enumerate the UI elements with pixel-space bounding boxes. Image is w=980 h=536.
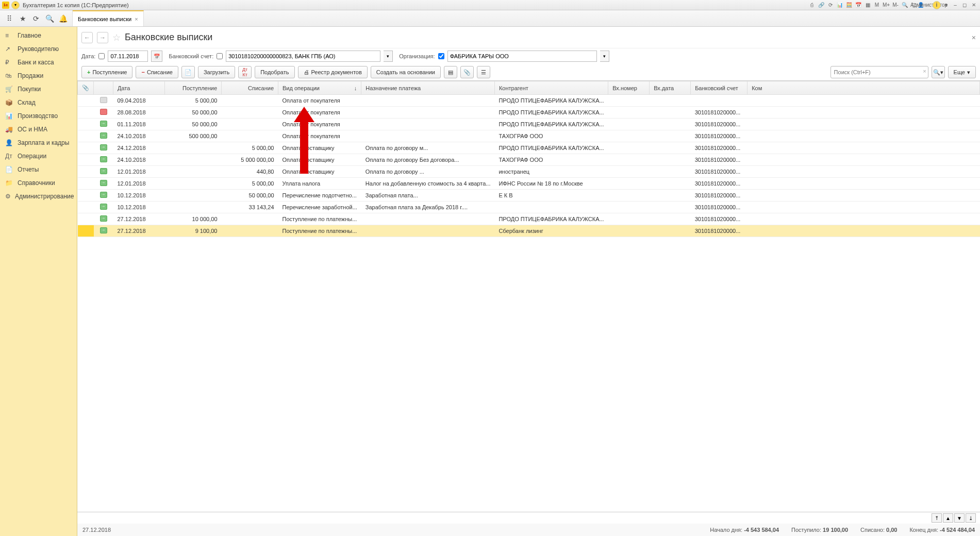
close-button[interactable]: ✕ [970, 1, 978, 9]
print-icon[interactable]: ⎙ [808, 1, 816, 9]
sidebar-item-label: Склад [18, 99, 36, 106]
col-operation[interactable]: Вид операции ↓ [278, 81, 361, 95]
filter-icon-button[interactable]: ▤ [444, 66, 457, 78]
mminus-button[interactable]: M- [891, 1, 900, 9]
favorite-button[interactable]: ★ [16, 12, 29, 25]
col-bank[interactable]: Банковский счет [691, 81, 748, 95]
org-dropdown-button[interactable]: ▾ [600, 51, 609, 62]
sidebar-item-label: Отчеты [18, 166, 39, 173]
table-row[interactable]: 28.08.201850 000,00Оплата от покупателяП… [78, 107, 980, 119]
col-innum[interactable]: Вх.номер [608, 81, 650, 95]
nav-first-button[interactable]: ⤒ [932, 513, 942, 523]
table-row[interactable]: 10.12.201833 143,24Перечисление заработн… [78, 202, 980, 213]
nav-up-button[interactable]: ▲ [943, 513, 953, 523]
col-comment[interactable]: Ком [748, 81, 980, 95]
app-menu-button[interactable]: ▾ [11, 1, 20, 9]
expense-button[interactable]: −Списание [136, 66, 178, 78]
table-row[interactable]: 24.10.2018500 000,00Оплата от покупателя… [78, 130, 980, 142]
sidebar-item-0[interactable]: ≡Главное [0, 29, 77, 42]
user-label[interactable]: 👤 Администратор [921, 1, 929, 9]
sidebar-item-7[interactable]: 🚚ОС и НМА [0, 123, 77, 136]
table-row[interactable]: 01.11.201850 000,00Оплата от покупателяП… [78, 119, 980, 130]
search-input[interactable] [830, 66, 928, 78]
sidebar-item-2[interactable]: ₽Банк и касса [0, 56, 77, 69]
calendar-button[interactable]: 📅 [151, 51, 162, 62]
date-filter-checkbox[interactable] [98, 53, 105, 59]
org-filter-checkbox[interactable] [438, 53, 444, 59]
m-button[interactable]: M [873, 1, 881, 9]
mplus-button[interactable]: M+ [882, 1, 890, 9]
search-clear-icon[interactable]: × [923, 68, 926, 74]
table-row[interactable]: 27.12.20189 100,00Поступление по платежн… [78, 225, 980, 237]
tab-close-icon[interactable]: × [135, 16, 138, 22]
col-purpose[interactable]: Назначение платежа [361, 81, 495, 95]
sidebar-item-12[interactable]: ⚙Администрирование [0, 190, 77, 203]
status-icon [100, 227, 107, 233]
account-filter-checkbox[interactable] [217, 53, 223, 59]
sidebar-item-9[interactable]: ДтОперации [0, 149, 77, 163]
info-dropdown-icon[interactable]: ▾ [942, 1, 950, 9]
sidebar-item-5[interactable]: 📦Склад [0, 96, 77, 109]
sidebar-icon: 🛒 [5, 86, 13, 93]
load-button[interactable]: Загрузить [198, 66, 235, 78]
date-input[interactable] [108, 51, 148, 62]
forward-button[interactable]: → [97, 32, 108, 43]
col-counterparty[interactable]: Контрагент [494, 81, 608, 95]
chart-icon[interactable]: 📊 [836, 1, 844, 9]
col-income[interactable]: Поступление [165, 81, 222, 95]
sidebar-item-3[interactable]: 🛍Продажи [0, 69, 77, 82]
col-status[interactable] [94, 81, 113, 95]
calendar-icon[interactable]: 📅 [854, 1, 862, 9]
sidebar-item-4[interactable]: 🛒Покупки [0, 82, 77, 96]
search-icon[interactable]: 🔍 [901, 1, 909, 9]
attach-icon-button[interactable]: 📎 [460, 66, 474, 78]
refresh-button[interactable]: 📄 [181, 66, 195, 78]
notifications-button[interactable]: 🔔 [57, 12, 69, 25]
select-button[interactable]: Подобрать [255, 66, 294, 78]
table-row[interactable]: 12.01.2018440,80Оплата поставщикуОплата … [78, 166, 980, 178]
more-button[interactable]: Еще ▾ [948, 66, 976, 78]
sidebar-item-10[interactable]: 📄Отчеты [0, 163, 77, 176]
page-close-icon[interactable]: × [972, 34, 976, 42]
create-based-button[interactable]: Создать на основании [371, 66, 441, 78]
refresh-icon[interactable]: ⟳ [826, 1, 835, 9]
calc-icon[interactable]: 🧮 [845, 1, 853, 9]
minimize-button[interactable]: – [951, 1, 959, 9]
grid-icon[interactable]: ▦ [863, 1, 872, 9]
maximize-button[interactable]: ◻ [960, 1, 969, 9]
nav-down-button[interactable]: ▼ [954, 513, 965, 523]
account-input[interactable] [226, 51, 380, 62]
table-row[interactable]: 09.04.20185 000,00Оплата от покупателяПР… [78, 95, 980, 107]
registry-button[interactable]: 🖨 Реестр документов [298, 66, 368, 78]
sidebar-item-11[interactable]: 📁Справочники [0, 176, 77, 190]
table-row[interactable]: 24.10.20185 000 000,00Оплата поставщикуО… [78, 154, 980, 166]
org-input[interactable] [447, 51, 597, 62]
account-dropdown-button[interactable]: ▾ [384, 51, 393, 62]
table-row[interactable]: 24.12.20185 000,00Оплата поставщикуОплат… [78, 142, 980, 154]
table-row[interactable]: 12.01.20185 000,00Уплата налогаНалог на … [78, 178, 980, 190]
sidebar-item-6[interactable]: 📊Производство [0, 109, 77, 123]
table-row[interactable]: 27.12.201810 000,00Поступление по платеж… [78, 213, 980, 225]
income-button[interactable]: +Поступление [81, 66, 132, 78]
sidebar-item-1[interactable]: ↗Руководителю [0, 42, 77, 56]
apps-button[interactable]: ⠿ [3, 12, 15, 25]
history-button[interactable]: ⟳ [30, 12, 42, 25]
back-button[interactable]: ← [81, 32, 93, 43]
nav-last-button[interactable]: ⤓ [966, 513, 976, 523]
col-expense[interactable]: Списание [222, 81, 278, 95]
col-indate[interactable]: Вх.дата [650, 81, 691, 95]
dtkt-button[interactable]: ДтКт [238, 66, 252, 78]
tab-bank-statements[interactable]: Банковские выписки × [73, 10, 144, 26]
info-button[interactable]: i [933, 1, 941, 9]
list-icon-button[interactable]: ☰ [477, 66, 490, 78]
status-icon [100, 192, 107, 198]
col-attach[interactable]: 📎 [78, 81, 94, 95]
table-row[interactable]: 10.12.201850 000,00Перечисление подотчет… [78, 190, 980, 202]
col-date[interactable]: Дата [113, 81, 165, 95]
favorite-star-icon[interactable]: ☆ [112, 32, 121, 43]
search-button[interactable]: 🔍 [43, 12, 56, 25]
app-logo-icon: 1c [2, 2, 9, 9]
search-go-button[interactable]: 🔍▾ [932, 66, 945, 78]
sidebar-item-8[interactable]: 👤Зарплата и кадры [0, 136, 77, 149]
link-icon[interactable]: 🔗 [817, 1, 825, 9]
